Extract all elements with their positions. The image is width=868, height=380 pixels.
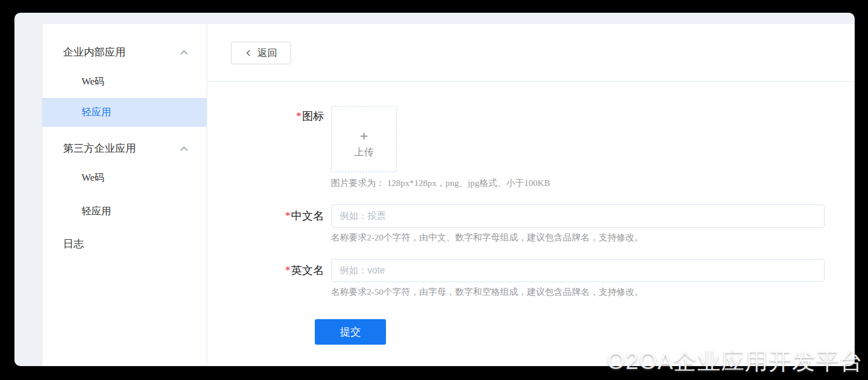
back-button[interactable]: 返回 [231,42,291,64]
upload-label: 上传 [354,145,374,159]
main-area: 返回 *图标 + 上传 图片要求为： 128px*128px，png、jpg格式… [207,24,855,366]
cn-name-hint: 名称要求2-20个字符，由中文、数字和字母组成，建议包含品牌名，支持修改。 [331,232,825,244]
en-name-label: *英文名 [207,259,331,298]
chevron-up-icon [179,48,189,58]
required-mark: * [285,210,291,222]
icon-field-control: + 上传 图片要求为： 128px*128px，png、jpg格式、小于100K… [331,106,825,189]
cn-name-input[interactable] [331,204,825,228]
sidebar-group-thirdparty-apps[interactable]: 第三方企业应用 [42,135,207,162]
en-name-control: 名称要求2-50个字符，由字母，数字和空格组成，建议包含品牌名，支持修改。 [331,259,825,298]
sidebar-group-label: 企业内部应用 [63,46,126,58]
en-name-field-row: *英文名 名称要求2-50个字符，由字母，数字和空格组成，建议包含品牌名，支持修… [207,259,855,298]
cn-name-label: *中文名 [207,204,331,244]
en-name-hint: 名称要求2-50个字符，由字母，数字和空格组成，建议包含品牌名，支持修改。 [331,286,825,298]
en-name-input[interactable] [331,259,825,282]
required-mark: * [285,264,291,276]
chevron-left-icon [245,49,252,57]
icon-requirement-hint: 图片要求为： 128px*128px，png、jpg格式、小于100KB [331,177,825,189]
app-form: *图标 + 上传 图片要求为： 128px*128px，png、jpg格式、小于… [207,82,855,345]
sidebar-item-weima-thirdparty[interactable]: We码 [42,163,207,192]
required-mark: * [296,110,302,122]
back-button-label: 返回 [258,46,277,60]
sidebar-item-lightapp-thirdparty[interactable]: 轻应用 [42,197,207,226]
submit-button[interactable]: 提交 [315,319,386,345]
chevron-up-icon [179,144,189,154]
icon-upload-box[interactable]: + 上传 [331,106,397,172]
plus-icon: + [360,130,368,142]
cn-name-field-row: *中文名 名称要求2-20个字符，由中文、数字和字母组成，建议包含品牌名，支持修… [207,204,855,244]
icon-field-label: *图标 [207,106,331,189]
app-panel: 企业内部应用 We码 轻应用 第三方企业应用 We码 轻应用 日志 返回 [14,13,855,366]
sidebar-item-logs[interactable]: 日志 [42,229,207,258]
icon-field-row: *图标 + 上传 图片要求为： 128px*128px，png、jpg格式、小于… [207,106,855,189]
sidebar-group-label: 第三方企业应用 [63,142,136,154]
content-card: 企业内部应用 We码 轻应用 第三方企业应用 We码 轻应用 日志 返回 [42,23,855,366]
sidebar-item-weima-internal[interactable]: We码 [42,67,207,96]
sidebar-group-internal-apps[interactable]: 企业内部应用 [42,39,207,65]
sidebar: 企业内部应用 We码 轻应用 第三方企业应用 We码 轻应用 日志 [42,24,207,366]
sidebar-item-lightapp-internal[interactable]: 轻应用 [42,98,207,127]
cn-name-control: 名称要求2-20个字符，由中文、数字和字母组成，建议包含品牌名，支持修改。 [331,204,825,244]
